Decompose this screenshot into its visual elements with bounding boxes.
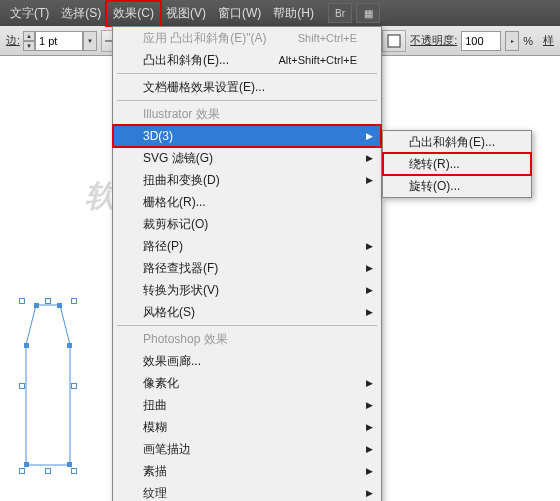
menubar: 文字(T) 选择(S) 效果(C) 视图(V) 窗口(W) 帮助(H) Br ▦ [0,0,560,26]
svg-rect-1 [388,35,400,47]
chevron-right-icon: ▶ [366,488,373,498]
effect-menu: 应用 凸出和斜角(E)"(A) Shift+Ctrl+E 凸出和斜角(E)...… [112,26,382,501]
menubar-right: Br ▦ [328,3,380,23]
menu-stylize-ai[interactable]: 风格化(S)▶ [113,301,381,323]
down-arrow-icon[interactable]: ▼ [23,41,35,51]
menu-separator [117,325,377,326]
up-arrow-icon[interactable]: ▲ [23,31,35,41]
menu-view[interactable]: 视图(V) [160,2,212,25]
stroke-label: 边: [6,33,20,48]
submenu-rotate[interactable]: 旋转(O)... [383,175,531,197]
menu-texture[interactable]: 纹理▶ [113,482,381,501]
menu-convert-shape[interactable]: 转换为形状(V)▶ [113,279,381,301]
menu-brushstrokes[interactable]: 画笔描边▶ [113,438,381,460]
opacity-input[interactable] [461,31,501,51]
chevron-right-icon: ▶ [366,285,373,295]
chevron-right-icon: ▶ [366,153,373,163]
menu-distort[interactable]: 扭曲和变换(D)▶ [113,169,381,191]
chevron-right-icon: ▶ [366,263,373,273]
menu-last-effect[interactable]: 凸出和斜角(E)... Alt+Shift+Ctrl+E [113,49,381,71]
menu-sketch[interactable]: 素描▶ [113,460,381,482]
menu-apply: 应用 凸出和斜角(E)"(A) Shift+Ctrl+E [113,27,381,49]
stroke-input[interactable] [35,31,83,51]
menu-cropmarks[interactable]: 裁剪标记(O) [113,213,381,235]
chevron-right-icon: ▶ [366,444,373,454]
3d-submenu: 凸出和斜角(E)... 绕转(R)... 旋转(O)... [382,130,532,198]
chevron-right-icon: ▶ [366,378,373,388]
menu-svg-filter[interactable]: SVG 滤镜(G)▶ [113,147,381,169]
bridge-button[interactable]: Br [328,3,352,23]
menu-raster-settings[interactable]: 文档栅格效果设置(E)... [113,76,381,98]
menu-pixelate[interactable]: 像素化▶ [113,372,381,394]
more-label[interactable]: 样 [543,33,554,48]
menu-separator [117,100,377,101]
opacity-dropdown-icon[interactable]: ▸ [505,31,519,51]
layout-button[interactable]: ▦ [356,3,380,23]
chevron-right-icon: ▶ [366,131,373,141]
selected-shape[interactable] [22,301,74,471]
submenu-extrude[interactable]: 凸出和斜角(E)... [383,131,531,153]
menu-select[interactable]: 选择(S) [55,2,107,25]
square-icon [387,34,401,48]
submenu-revolve[interactable]: 绕转(R)... [383,153,531,175]
menu-help[interactable]: 帮助(H) [267,2,320,25]
style-button[interactable] [382,30,406,52]
chevron-right-icon: ▶ [366,241,373,251]
menu-gallery[interactable]: 效果画廊... [113,350,381,372]
chevron-right-icon: ▶ [366,422,373,432]
section-photoshop: Photoshop 效果 [113,328,381,350]
menu-effect[interactable]: 效果(C) [105,0,162,27]
menu-3d[interactable]: 3D(3)▶ [113,125,381,147]
menu-rasterize[interactable]: 栅格化(R)... [113,191,381,213]
chevron-right-icon: ▶ [366,307,373,317]
percent-label: % [523,35,533,47]
chevron-right-icon: ▶ [366,175,373,185]
menu-text[interactable]: 文字(T) [4,2,55,25]
chevron-right-icon: ▶ [366,466,373,476]
menu-distort-ps[interactable]: 扭曲▶ [113,394,381,416]
section-illustrator: Illustrator 效果 [113,103,381,125]
chevron-right-icon: ▶ [366,400,373,410]
menu-blur[interactable]: 模糊▶ [113,416,381,438]
dropdown-arrow-icon[interactable]: ▼ [83,31,97,51]
menu-path[interactable]: 路径(P)▶ [113,235,381,257]
opacity-label: 不透明度: [410,33,457,48]
menu-window[interactable]: 窗口(W) [212,2,267,25]
menu-separator [117,73,377,74]
stroke-combo[interactable]: ▲▼ ▼ [24,31,97,51]
menu-pathfinder[interactable]: 路径查找器(F)▶ [113,257,381,279]
